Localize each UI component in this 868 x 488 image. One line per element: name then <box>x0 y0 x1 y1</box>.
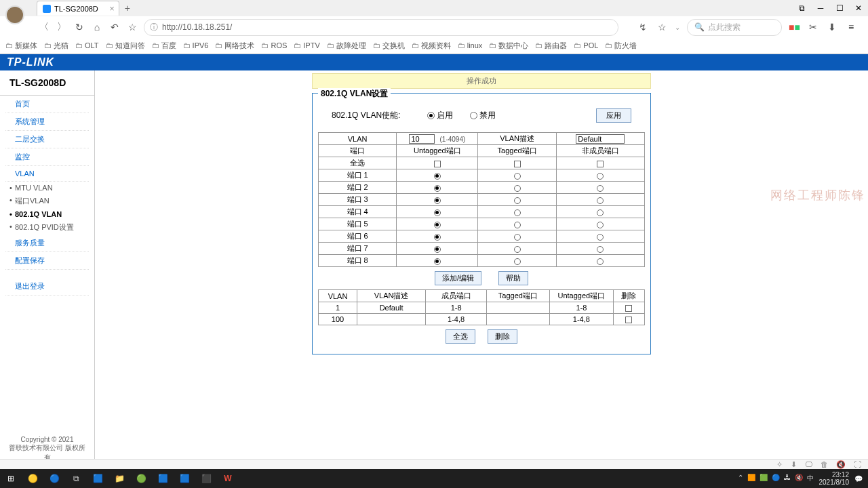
taskbar-taskview-icon[interactable]: ⧉ <box>65 469 87 488</box>
bookmark-item[interactable]: 🗀IPV6 <box>183 41 209 49</box>
select-all-button[interactable]: 全选 <box>446 329 475 344</box>
nonmember-radio[interactable] <box>597 222 604 228</box>
select-all-untag[interactable] <box>434 161 441 167</box>
delete-checkbox[interactable] <box>625 317 632 323</box>
grid-apps-icon[interactable]: ■■ <box>789 22 800 33</box>
bookmark-item[interactable]: 🗀百度 <box>152 41 176 51</box>
tag-radio[interactable] <box>514 234 521 241</box>
taskbar-explorer-icon[interactable]: 📁 <box>108 469 130 488</box>
tag-radio[interactable] <box>514 185 521 192</box>
tag-radio[interactable] <box>514 222 521 228</box>
untag-radio[interactable] <box>434 258 441 265</box>
sidebar-logout[interactable]: 退出登录 <box>5 278 89 296</box>
bookmark-item[interactable]: 🗀ROS <box>261 41 287 49</box>
undo-nav-icon[interactable]: ↶ <box>108 21 121 33</box>
bookmark-item[interactable]: 🗀故障处理 <box>327 41 366 51</box>
status-icon-3[interactable]: 🖵 <box>805 460 812 468</box>
untag-radio[interactable] <box>434 185 441 192</box>
pip-icon[interactable]: ⧉ <box>792 1 811 16</box>
scissors-icon[interactable]: ✂ <box>807 21 819 33</box>
maximize-button[interactable]: ☐ <box>830 1 849 16</box>
enable-radio-off[interactable]: 禁用 <box>470 110 496 121</box>
add-tab-button[interactable]: + <box>119 1 136 16</box>
tray-clock[interactable]: 23:12 2021/8/10 <box>819 471 850 486</box>
vlan-id-input[interactable] <box>409 134 435 144</box>
nonmember-radio[interactable] <box>597 234 604 241</box>
tray-ime-icon[interactable]: 中 <box>807 474 814 483</box>
help-button[interactable]: 帮助 <box>498 271 528 285</box>
bookmark-item[interactable]: 🗀路由器 <box>535 41 567 51</box>
tag-radio[interactable] <box>514 173 521 180</box>
select-all-tag[interactable] <box>514 161 521 167</box>
download-icon[interactable]: ⬇ <box>826 21 838 33</box>
fav-dropdown-icon[interactable]: ☆ <box>656 21 668 33</box>
tag-radio[interactable] <box>514 258 521 265</box>
untag-radio[interactable] <box>434 173 441 180</box>
taskbar-wechat-icon[interactable]: 🟢 <box>130 469 152 488</box>
apply-button[interactable]: 应用 <box>596 108 631 123</box>
untag-radio[interactable] <box>434 234 441 241</box>
tag-radio[interactable] <box>514 209 521 216</box>
status-icon-2[interactable]: ⬇ <box>791 460 797 469</box>
bookmark-item[interactable]: 🗀POL <box>574 41 598 49</box>
untag-radio[interactable] <box>434 209 441 216</box>
status-icon-4[interactable]: 🗑 <box>821 460 828 468</box>
star-icon[interactable]: ☆ <box>126 21 138 33</box>
sidebar-item[interactable]: 首页 <box>5 96 89 113</box>
bookmark-item[interactable]: 🗀视频资料 <box>412 41 451 51</box>
url-bar[interactable]: ⓘ http://10.18.18.251/ <box>144 19 618 36</box>
bookmark-item[interactable]: 🗀IPTV <box>294 41 319 49</box>
tray-chevron-icon[interactable]: ⌃ <box>738 474 743 483</box>
delete-checkbox[interactable] <box>625 305 632 312</box>
tag-radio[interactable] <box>514 246 521 253</box>
tray-icon-1[interactable]: 🟧 <box>747 474 755 483</box>
untag-radio[interactable] <box>434 222 441 228</box>
sidebar-item[interactable]: 二层交换 <box>5 131 89 148</box>
start-button[interactable]: ⊞ <box>0 469 22 488</box>
vlan-desc-input[interactable] <box>576 134 625 144</box>
back-icon[interactable]: 〈 <box>38 21 50 33</box>
sidebar-item[interactable]: 监控 <box>5 148 89 166</box>
sidebar-subitem[interactable]: 802.1Q PVID设置 <box>0 220 94 235</box>
sidebar-item[interactable]: 系统管理 <box>5 113 89 131</box>
browser-search-input[interactable]: 🔍 点此搜索 <box>687 19 782 36</box>
tag-radio[interactable] <box>514 197 521 204</box>
bookmark-item[interactable]: 🗀数据中心 <box>489 41 528 51</box>
select-all-nonmember[interactable] <box>597 161 604 167</box>
minimize-button[interactable]: ─ <box>811 1 830 16</box>
menu-icon[interactable]: ≡ <box>845 21 857 33</box>
reload-icon[interactable]: ↻ <box>73 21 85 33</box>
tray-notification-icon[interactable]: 💬 <box>854 475 863 483</box>
untag-radio[interactable] <box>434 197 441 204</box>
delete-button[interactable]: 删除 <box>488 329 517 344</box>
nonmember-radio[interactable] <box>597 185 604 192</box>
bookmark-item[interactable]: 🗀linux <box>458 41 483 49</box>
tray-icon-3[interactable]: 🔵 <box>772 474 780 483</box>
sidebar-subitem[interactable]: MTU VLAN <box>0 182 94 194</box>
taskbar-app-icon[interactable]: 🔵 <box>43 469 65 488</box>
forward-icon[interactable]: 〉 <box>56 21 68 33</box>
user-avatar[interactable] <box>5 5 24 24</box>
bookmark-item[interactable]: 🗀交换机 <box>373 41 405 51</box>
taskbar-terminal-icon[interactable]: ⬛ <box>195 469 217 488</box>
status-icon-6[interactable]: ⛶ <box>854 460 861 468</box>
home-icon[interactable]: ⌂ <box>91 21 103 33</box>
bookmark-item[interactable]: 🗀新媒体 <box>5 41 37 51</box>
nonmember-radio[interactable] <box>597 209 604 216</box>
sync-icon[interactable]: ↯ <box>637 21 649 33</box>
taskbar-wps-icon[interactable]: W <box>217 469 239 488</box>
untag-radio[interactable] <box>434 246 441 253</box>
enable-radio-on[interactable]: 启用 <box>427 110 453 121</box>
sidebar-subitem[interactable]: 端口VLAN <box>0 194 94 208</box>
sidebar-subitem[interactable]: 802.1Q VLAN <box>0 208 94 220</box>
nonmember-radio[interactable] <box>597 197 604 204</box>
taskbar-app4-icon[interactable]: 🟦 <box>174 469 195 488</box>
status-icon-5[interactable]: 🔇 <box>836 460 846 469</box>
close-window-button[interactable]: ✕ <box>849 1 868 16</box>
tray-icon-2[interactable]: 🟩 <box>760 474 768 483</box>
bookmark-item[interactable]: 🗀防火墙 <box>605 41 637 51</box>
bookmark-item[interactable]: 🗀OLT <box>75 41 99 49</box>
tray-network-icon[interactable]: 🖧 <box>784 474 791 483</box>
bookmark-item[interactable]: 🗀光猫 <box>44 41 68 51</box>
close-tab-icon[interactable]: × <box>109 3 115 14</box>
